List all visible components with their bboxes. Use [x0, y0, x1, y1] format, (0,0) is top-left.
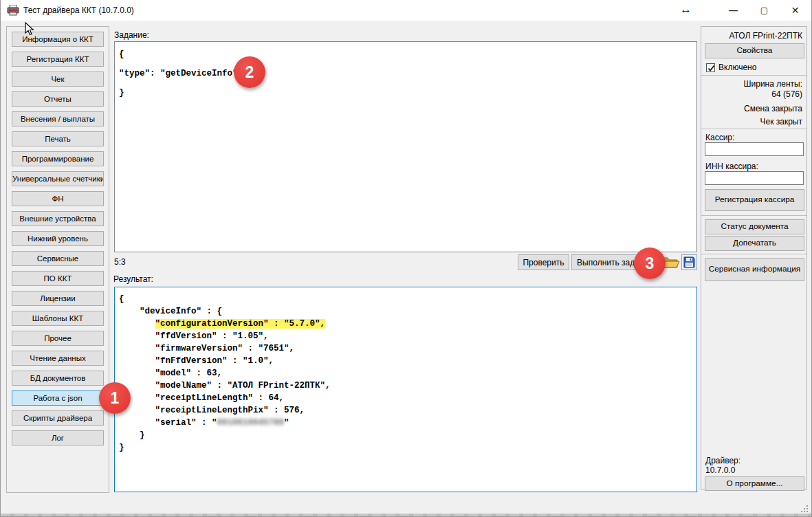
task-label: Задание:: [114, 30, 149, 40]
sidebar-item-universal-counters[interactable]: Универсальные счетчики: [12, 171, 104, 186]
checkmark-icon: [707, 65, 715, 72]
about-button[interactable]: О программе...: [705, 476, 804, 491]
panel-separator: [701, 215, 806, 216]
bottom-edge: [1, 514, 811, 516]
register-cashier-button[interactable]: Регистрация кассира: [705, 189, 804, 211]
sidebar-item-reports[interactable]: Отчеты: [12, 91, 104, 107]
result-line: "firmwareVersion" : "7651",: [119, 342, 696, 355]
device-model: АТОЛ FPrint-22ПТК: [729, 31, 802, 41]
serial-redacted: 0010610045789: [217, 418, 285, 428]
result-line: "receiptLineLength" : 64,: [119, 392, 696, 404]
sidebar-item-fn[interactable]: ФН: [12, 191, 104, 206]
driver-label: Драйвер:: [705, 456, 740, 465]
sidebar-item-misc[interactable]: Прочее: [12, 331, 104, 346]
task-json-text: { "type": "getDeviceInfo" }: [115, 42, 696, 105]
resize-grip[interactable]: [800, 504, 808, 512]
save-task-button[interactable]: [681, 254, 697, 270]
caret-position: 5:3: [114, 257, 126, 267]
check-task-button[interactable]: Проверить: [518, 254, 569, 270]
result-line: "fnFfdVersion" : "1.0",: [119, 355, 696, 367]
maximize-button[interactable]: ▢: [749, 0, 780, 21]
result-label: Результат:: [113, 274, 153, 284]
sidebar-item-driver-scripts[interactable]: Скрипты драйвера: [12, 410, 104, 426]
enabled-checkbox-label: Включено: [718, 63, 756, 72]
cashier-inn-input[interactable]: [705, 171, 804, 185]
result-line: "deviceInfo" : {: [119, 305, 696, 318]
printer-icon: [7, 5, 19, 16]
properties-button[interactable]: Свойства: [705, 43, 804, 58]
sidebar-item-service[interactable]: Сервисные: [12, 251, 104, 266]
tape-width-label: Ширина ленты:: [744, 79, 802, 89]
mouse-cursor: [25, 22, 34, 36]
sidebar-item-log[interactable]: Лог: [12, 430, 104, 446]
result-line: "serial" : "0010610045789": [119, 417, 696, 429]
tape-width-value: 64 (576): [771, 89, 802, 99]
sidebar-item-programming[interactable]: Программирование: [12, 151, 104, 166]
result-line: }: [119, 441, 696, 454]
client-area: Информация о ККТРегистрация ККТЧекОтчеты…: [1, 21, 811, 516]
result-line: "ffdVersion" : "1.05",: [119, 330, 696, 342]
cashier-label: Кассир:: [705, 133, 734, 142]
minimize-button[interactable]: —: [718, 0, 749, 21]
sidebar-item-cash-in-out[interactable]: Внесения / выплаты: [12, 111, 104, 126]
shift-status: Смена закрыта: [744, 104, 802, 113]
panel-separator: [701, 254, 806, 254]
sidebar-item-low-level[interactable]: Нижний уровень: [12, 231, 104, 246]
sidebar-item-kkt-software[interactable]: ПО ККТ: [12, 271, 104, 286]
cashier-input[interactable]: [705, 142, 804, 156]
close-button[interactable]: ✕: [780, 0, 811, 21]
annotation-step-2: 2: [234, 56, 265, 88]
enabled-checkbox[interactable]: [706, 63, 715, 72]
sidebar-item-json[interactable]: Работа с json: [12, 390, 104, 406]
sidebar: Информация о ККТРегистрация ККТЧекОтчеты…: [6, 26, 109, 493]
panel-separator: [701, 129, 806, 129]
window-title: Тест драйвера ККТ (10.7.0.0): [23, 6, 134, 15]
driver-version: 10.7.0.0: [705, 465, 735, 475]
sidebar-item-documents-db[interactable]: БД документов: [12, 371, 104, 386]
task-editor[interactable]: { "type": "getDeviceInfo" }: [114, 41, 697, 252]
result-line: "modelName" : "АТОЛ FPrint-22ПТК",: [119, 380, 696, 392]
sidebar-item-receipt[interactable]: Чек: [12, 72, 104, 87]
result-line: }: [119, 429, 696, 441]
sidebar-item-kkt-templates[interactable]: Шаблоны ККТ: [12, 311, 104, 326]
result-output[interactable]: { "deviceInfo" : { "configurationVersion…: [114, 287, 697, 492]
result-line: "model" : 63,: [119, 367, 696, 380]
sidebar-item-licenses[interactable]: Лицензии: [12, 291, 104, 306]
result-line: {: [119, 293, 696, 305]
app-window: Тест драйвера ККТ (10.7.0.0) ↔ — ▢ ✕ Инф…: [0, 0, 812, 517]
annotation-step-1: 1: [99, 382, 131, 414]
annotation-step-3: 3: [634, 248, 666, 279]
resize-arrows-icon: ↔: [680, 3, 692, 16]
sidebar-item-external-devices[interactable]: Внешние устройства: [12, 211, 104, 226]
panel-separator: [701, 75, 806, 76]
document-status-button[interactable]: Статус документа: [705, 219, 804, 234]
title-bar: Тест драйвера ККТ (10.7.0.0) ↔ — ▢ ✕: [1, 0, 811, 21]
service-info-button[interactable]: Сервисная информация: [705, 258, 804, 281]
enabled-checkbox-row[interactable]: Включено: [706, 63, 756, 72]
cashier-inn-label: ИНН кассира:: [705, 162, 758, 171]
device-panel: АТОЛ FPrint-22ПТК Свойства Включено Шири…: [701, 26, 807, 490]
floppy-disk-icon: [683, 256, 695, 268]
result-line: "configurationVersion" : "5.7.0",: [119, 318, 696, 330]
sidebar-item-kkt-registration[interactable]: Регистрация ККТ: [12, 52, 104, 67]
sidebar-item-data-reading[interactable]: Чтение данных: [12, 351, 104, 366]
receipt-status: Чек закрыт: [760, 117, 802, 126]
result-line: "receiptLineLengthPix" : 576,: [119, 404, 696, 417]
reprint-button[interactable]: Допечатать: [705, 236, 804, 251]
sidebar-item-print[interactable]: Печать: [12, 131, 104, 146]
highlighted-result-line: "configurationVersion" : "5.7.0",: [155, 319, 326, 329]
